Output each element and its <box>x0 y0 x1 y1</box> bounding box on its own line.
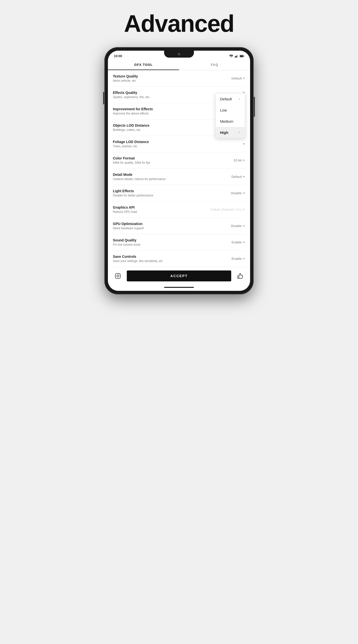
setting-title-foliage-lod: Foliage LOD Distance <box>113 140 218 144</box>
status-icons <box>229 55 244 58</box>
setting-control-gpu-optimization[interactable]: Disable ▼ <box>218 224 245 228</box>
svg-point-9 <box>119 274 120 275</box>
setting-desc-light-effects: Disable for better performance <box>113 194 218 197</box>
setting-title-improvement-effects: Improvement for Effects <box>113 107 218 111</box>
setting-control-graphics-api: Vulkan (Android 7.0+) ▼ <box>210 208 245 211</box>
setting-desc-detail-mode: Useless details, reduce for performance <box>113 177 218 181</box>
dropdown-arrow-texture-quality: ▼ <box>243 77 245 80</box>
camera-notch <box>178 53 180 56</box>
accept-button[interactable]: ACCEPT <box>127 270 231 282</box>
setting-label-gpu-optimization: GPU Optimization Need hardware support <box>113 222 218 230</box>
dropdown-arrow-sound-quality: ▼ <box>243 241 245 244</box>
setting-desc-color-format: 64bit for quality, 32bit for fps <box>113 161 218 164</box>
setting-label-sound-quality: Sound Quality Fix low volume issue <box>113 238 218 246</box>
setting-desc-sound-quality: Fix low volume issue <box>113 243 218 246</box>
svg-rect-5 <box>244 56 244 56</box>
setting-control-light-effects[interactable]: Disable ▼ <box>218 191 245 195</box>
setting-row-gpu-optimization: GPU Optimization Need hardware support D… <box>113 218 245 234</box>
setting-desc-effects-quality: Sparks, explosions, fire, etc. <box>113 95 210 99</box>
thumbsup-button[interactable] <box>235 271 245 281</box>
svg-rect-6 <box>240 55 243 57</box>
setting-row-sound-quality: Sound Quality Fix low volume issue Enabl… <box>113 234 245 250</box>
setting-title-gpu-optimization: GPU Optimization <box>113 222 218 226</box>
setting-desc-save-controls: Save your settings, like sensitivity, et… <box>113 259 218 263</box>
setting-label-improvement-effects: Improvement for Effects Improves the abo… <box>113 107 218 115</box>
setting-control-foliage-lod[interactable]: ▼ <box>218 142 245 145</box>
setting-label-effects-quality: Effects Quality Sparks, explosions, fire… <box>113 91 210 99</box>
setting-control-detail-mode[interactable]: Default ▼ <box>218 175 245 178</box>
setting-desc-improvement-effects: Improves the above effects <box>113 112 218 115</box>
dropdown-arrow-gpu-optimization: ▼ <box>243 224 245 227</box>
phone-screen: 10:00 <box>108 51 250 291</box>
setting-value-color-format: 32-bit <box>234 158 242 162</box>
setting-title-graphics-api: Graphics API <box>113 206 210 209</box>
effects-quality-dropdown[interactable]: Default ▲ Low Medium High ▼ <box>215 93 245 138</box>
setting-title-light-effects: Light Effects <box>113 189 218 193</box>
svg-rect-0 <box>235 56 235 57</box>
setting-row-texture-quality: Texture Quality Items,vehicle, etc Defau… <box>113 70 245 87</box>
signal-icon <box>235 55 238 58</box>
svg-rect-3 <box>237 55 238 57</box>
setting-value-graphics-api: Vulkan (Android 7.0+) <box>210 208 242 211</box>
setting-title-objects-lod: Objects LOD Distance <box>113 124 218 128</box>
setting-value-light-effects: Disable <box>231 191 242 195</box>
setting-control-color-format[interactable]: 32-bit ▼ <box>218 158 245 162</box>
setting-value-texture-quality: Default <box>231 76 242 80</box>
dropdown-option-high[interactable]: High ▼ <box>216 127 245 138</box>
status-time: 10:00 <box>114 54 122 58</box>
setting-control-texture-quality[interactable]: Default ▼ <box>218 76 245 80</box>
setting-label-detail-mode: Detail Mode Useless details, reduce for … <box>113 172 218 181</box>
svg-point-8 <box>117 275 119 277</box>
setting-title-color-format: Color Format <box>113 156 218 160</box>
setting-label-objects-lod: Objects LOD Distance Buildings, crates, … <box>113 124 218 132</box>
phone-device: 10:00 <box>104 47 254 294</box>
svg-rect-1 <box>236 56 236 57</box>
instagram-button[interactable] <box>113 271 123 281</box>
dropdown-option-low[interactable]: Low <box>216 104 245 116</box>
dropdown-option-default[interactable]: Default ▲ <box>216 94 245 104</box>
setting-desc-objects-lod: Buildings, crates, etc. <box>113 128 218 132</box>
tab-gfx-tool[interactable]: GFX TOOL <box>108 59 179 70</box>
status-bar: 10:00 <box>108 51 250 59</box>
svg-rect-7 <box>115 274 120 278</box>
dropdown-option-medium[interactable]: Medium <box>216 116 245 127</box>
setting-row-light-effects: Light Effects Disable for better perform… <box>113 185 245 202</box>
scroll-indicator-bottom: ▼ <box>238 132 240 134</box>
phone-notch <box>164 51 194 58</box>
setting-label-color-format: Color Format 64bit for quality, 32bit fo… <box>113 156 218 164</box>
dropdown-arrow-graphics-api: ▼ <box>243 208 245 211</box>
setting-value-detail-mode: Default <box>231 175 242 178</box>
setting-row-color-format: Color Format 64bit for quality, 32bit fo… <box>113 152 245 169</box>
effects-quality-dropdown-container: ▼ Default ▲ Low Medium <box>210 91 245 94</box>
setting-value-sound-quality: Enable <box>232 240 242 244</box>
setting-title-save-controls: Save Controls <box>113 254 218 258</box>
bottom-bar: ACCEPT <box>108 267 250 285</box>
instagram-icon <box>115 273 121 279</box>
battery-icon <box>240 55 244 58</box>
setting-desc-gpu-optimization: Need hardware support <box>113 226 218 230</box>
setting-row-effects-quality: Effects Quality Sparks, explosions, fire… <box>113 87 245 103</box>
setting-control-sound-quality[interactable]: Enable ▼ <box>218 240 245 244</box>
setting-desc-texture-quality: Items,vehicle, etc <box>113 79 218 82</box>
tabs-bar: GFX TOOL FAQ <box>108 59 250 70</box>
scroll-indicator-top: ▲ <box>238 98 240 100</box>
settings-list: Texture Quality Items,vehicle, etc Defau… <box>108 70 250 267</box>
wifi-icon <box>229 55 233 58</box>
dropdown-arrow-foliage-lod: ▼ <box>243 142 245 145</box>
setting-value-save-controls: Enable <box>232 257 242 260</box>
setting-row-detail-mode: Detail Mode Useless details, reduce for … <box>113 169 245 185</box>
setting-title-detail-mode: Detail Mode <box>113 172 218 176</box>
setting-title-effects-quality: Effects Quality <box>113 91 210 95</box>
setting-row-save-controls: Save Controls Save your settings, like s… <box>113 250 245 267</box>
setting-label-texture-quality: Texture Quality Items,vehicle, etc <box>113 74 218 82</box>
setting-title-texture-quality: Texture Quality <box>113 74 218 78</box>
setting-control-save-controls[interactable]: Enable ▼ <box>218 257 245 260</box>
page-title: Advanced <box>124 10 234 37</box>
setting-label-light-effects: Light Effects Disable for better perform… <box>113 189 218 197</box>
dropdown-arrow-light-effects: ▼ <box>243 192 245 194</box>
dropdown-arrow-color-format: ▼ <box>243 159 245 162</box>
tab-faq[interactable]: FAQ <box>179 59 250 70</box>
home-indicator <box>108 285 250 291</box>
home-bar <box>164 287 194 288</box>
dropdown-arrow-detail-mode: ▼ <box>243 175 245 178</box>
